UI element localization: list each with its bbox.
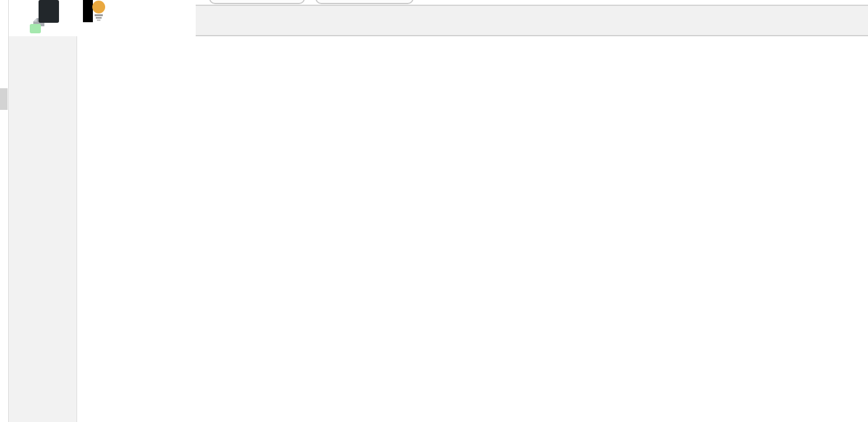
- intention-bulb-icon[interactable]: [92, 0, 106, 21]
- chat-typing-caret: [48, 8, 50, 16]
- code-editor[interactable]: [77, 36, 868, 422]
- left-edge-strip: [0, 0, 8, 422]
- main-toolbar-strip: [0, 0, 868, 5]
- toolbar-widget-fragment[interactable]: [315, 0, 414, 4]
- left-edge-marker: [0, 88, 8, 110]
- ide-window: [0, 0, 868, 422]
- left-vertical-border: [8, 0, 9, 422]
- ai-chat-gutter-badge[interactable]: [39, 0, 59, 23]
- editor-gutter: [9, 36, 77, 422]
- close-tab-icon[interactable]: [182, 12, 197, 30]
- toolbar-widget-fragment[interactable]: [209, 0, 305, 4]
